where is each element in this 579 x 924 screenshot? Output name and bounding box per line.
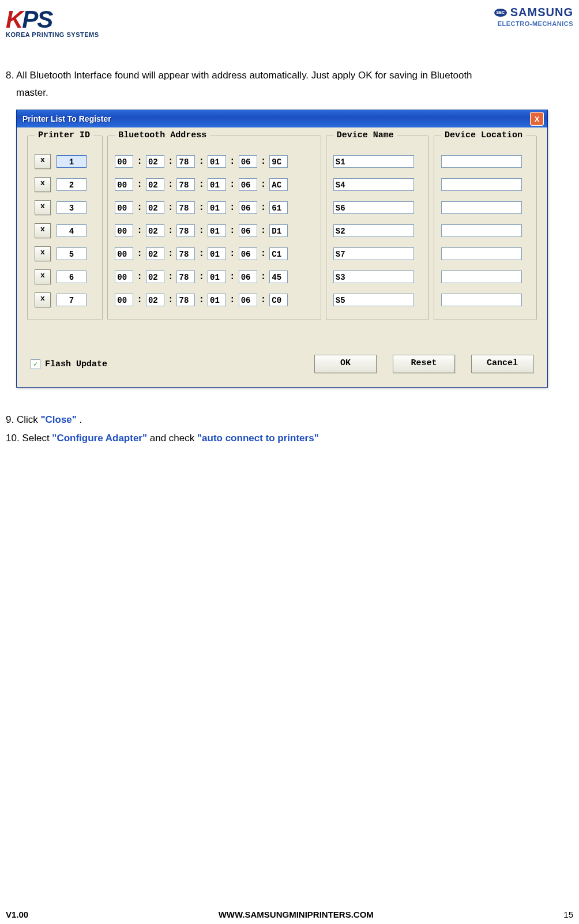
bt-addr-field[interactable]: 01 [208,201,226,214]
bt-addr-field[interactable]: D1 [269,224,288,237]
ok-button[interactable]: OK [314,355,377,373]
bt-addr-field[interactable]: 00 [115,178,133,191]
group-printer-id-legend: Printer ID [35,130,93,140]
printer-id-field[interactable]: 6 [57,271,87,283]
bt-addr-field[interactable]: 00 [115,155,133,168]
device-name-field[interactable]: S1 [333,155,414,168]
device-location-field[interactable] [441,294,522,306]
reset-button[interactable]: Reset [393,355,455,373]
device-location-field[interactable] [441,247,522,260]
bt-addr-field[interactable]: 78 [176,155,195,168]
bt-addr-field[interactable]: 06 [239,178,257,191]
group-bluetooth-address-legend: Bluetooth Address [115,130,210,140]
bt-addr-field[interactable]: 78 [176,271,195,283]
printer-id-field[interactable]: 5 [57,247,87,260]
cancel-button[interactable]: Cancel [471,355,533,373]
remove-row-button[interactable]: x [35,223,51,238]
bt-addr-field[interactable]: 01 [208,178,226,191]
bt-addr-field[interactable]: 02 [146,224,164,237]
bt-addr-field[interactable]: C0 [269,294,288,306]
samsung-oval-icon: SEC [494,9,507,17]
bt-addr-field[interactable]: 06 [239,271,257,283]
footer-version: V1.00 [6,910,28,919]
device-location-field[interactable] [441,271,522,283]
group-device-location: Device Location [434,136,537,320]
device-location-field[interactable] [441,178,522,191]
bt-addr-field[interactable]: 01 [208,247,226,260]
bt-addr-field[interactable]: 01 [208,294,226,306]
bt-addr-field[interactable]: 02 [146,271,164,283]
device-name-field[interactable]: S7 [333,247,414,260]
printer-id-field[interactable]: 4 [57,224,87,237]
step9-close-ref: "Close" [40,414,76,425]
bt-addr-field[interactable]: 06 [239,247,257,260]
bt-addr-field[interactable]: 06 [239,201,257,214]
dialog-titlebar: Printer List To Register X [17,110,547,127]
printer-list-dialog: Printer List To Register X Printer ID x1… [16,110,548,388]
bt-addr-field[interactable]: 02 [146,178,164,191]
bt-addr-field[interactable]: 78 [176,201,195,214]
footer-page-number: 15 [563,910,573,919]
group-printer-id: Printer ID x1 x2 x3 x4 x5 x6 x7 [27,136,103,320]
bt-addr-field[interactable]: 02 [146,247,164,260]
step8-text-line2: master. [6,84,573,102]
bt-addr-field[interactable]: 01 [208,224,226,237]
bt-addr-field[interactable]: 9C [269,155,288,168]
printer-id-field[interactable]: 3 [57,201,87,214]
device-name-field[interactable]: S3 [333,271,414,283]
bt-addr-field[interactable]: C1 [269,247,288,260]
group-device-name-legend: Device Name [333,130,397,140]
device-name-field[interactable]: S6 [333,201,414,214]
remove-row-button[interactable]: x [35,177,51,192]
bt-addr-field[interactable]: 45 [269,271,288,283]
remove-row-button[interactable]: x [35,246,51,261]
bt-addr-field[interactable]: 78 [176,247,195,260]
dialog-title: Printer List To Register [20,114,111,123]
device-name-field[interactable]: S5 [333,294,414,306]
group-bluetooth-address: Bluetooth Address 00: 02: 78: 01: 06: 9C… [107,136,321,320]
kps-logo-k: K [6,6,22,33]
remove-row-button[interactable]: x [35,269,51,284]
printer-id-field[interactable]: 1 [57,155,87,168]
printer-id-field[interactable]: 7 [57,294,87,306]
printer-id-field[interactable]: 2 [57,178,87,191]
bt-addr-field[interactable]: 06 [239,224,257,237]
bt-addr-field[interactable]: 61 [269,201,288,214]
footer-url: WWW.SAMSUNGMINIPRINTERS.COM [219,910,374,919]
device-name-field[interactable]: S2 [333,224,414,237]
bt-addr-field[interactable]: 00 [115,247,133,260]
bt-addr-field[interactable]: 00 [115,271,133,283]
step10-text: 10. Select "Configure Adapter" and check… [6,429,573,448]
device-location-field[interactable] [441,201,522,214]
bt-addr-field[interactable]: 01 [208,155,226,168]
page-header: K PS KOREA PRINTING SYSTEMS SEC SAMSUNG … [6,6,573,44]
kps-logo-ps: PS [22,6,52,33]
bt-addr-field[interactable]: 02 [146,294,164,306]
bt-addr-field[interactable]: 06 [239,155,257,168]
device-name-field[interactable]: S4 [333,178,414,191]
device-location-field[interactable] [441,155,522,168]
bt-addr-field[interactable]: 06 [239,294,257,306]
samsung-subtitle: ELECTRO-MECHANICS [498,20,573,27]
bt-addr-field[interactable]: 01 [208,271,226,283]
step9-text: 9. Click "Close" . [6,411,573,429]
remove-row-button[interactable]: x [35,292,51,307]
bt-addr-field[interactable]: 00 [115,201,133,214]
samsung-logo: SEC SAMSUNG ELECTRO-MECHANICS [494,6,573,27]
bt-addr-field[interactable]: 00 [115,294,133,306]
bt-addr-field[interactable]: 78 [176,224,195,237]
device-location-field[interactable] [441,224,522,237]
remove-row-button[interactable]: x [35,200,51,215]
bt-addr-field[interactable]: AC [269,178,288,191]
kps-logo: K PS KOREA PRINTING SYSTEMS [6,6,99,38]
bt-addr-field[interactable]: 02 [146,155,164,168]
bt-addr-field[interactable]: 02 [146,201,164,214]
bt-addr-field[interactable]: 78 [176,294,195,306]
close-icon[interactable]: X [530,112,544,126]
remove-row-button[interactable]: x [35,154,51,169]
flash-update-checkbox[interactable]: ✓ [31,359,40,369]
bt-addr-field[interactable]: 78 [176,178,195,191]
bt-addr-field[interactable]: 00 [115,224,133,237]
group-device-name: Device Name S1 S4 S6 S2 S7 S3 S5 [326,136,429,320]
step10-configure-adapter-ref: "Configure Adapter" [52,433,147,444]
